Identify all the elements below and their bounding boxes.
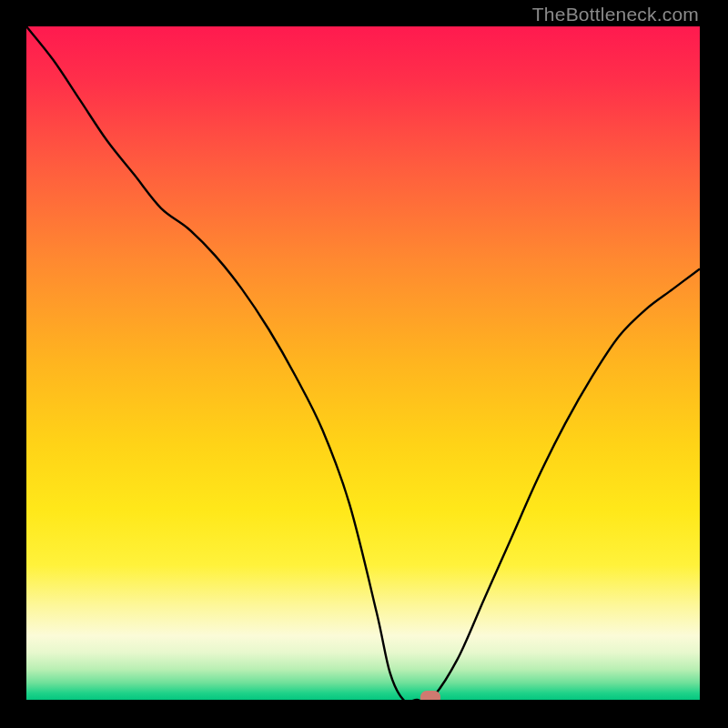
bottleneck-curve bbox=[26, 26, 700, 700]
watermark-text: TheBottleneck.com bbox=[532, 4, 699, 25]
plot-area bbox=[26, 26, 700, 700]
curve-layer bbox=[26, 26, 700, 700]
chart-frame: TheBottleneck.com bbox=[0, 0, 728, 728]
optimal-point-marker bbox=[420, 691, 440, 700]
